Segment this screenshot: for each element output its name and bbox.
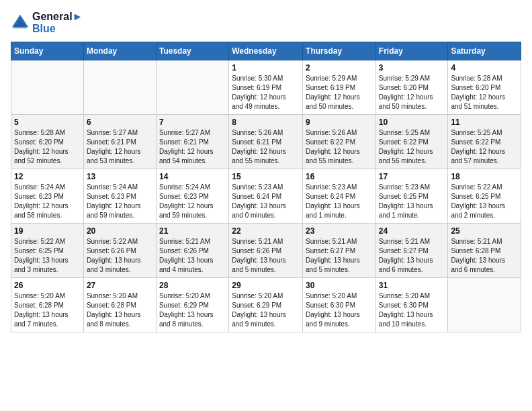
day-info: Sunrise: 5:24 AM Sunset: 6:23 PM Dayligh… bbox=[14, 183, 81, 220]
day-cell: 25Sunrise: 5:21 AM Sunset: 6:28 PM Dayli… bbox=[448, 224, 521, 278]
day-info: Sunrise: 5:20 AM Sunset: 6:29 PM Dayligh… bbox=[232, 291, 300, 329]
day-info: Sunrise: 5:28 AM Sunset: 6:20 PM Dayligh… bbox=[451, 74, 518, 111]
day-info: Sunrise: 5:26 AM Sunset: 6:22 PM Dayligh… bbox=[306, 128, 373, 166]
day-cell: 29Sunrise: 5:20 AM Sunset: 6:29 PM Dayli… bbox=[229, 278, 303, 332]
day-info: Sunrise: 5:26 AM Sunset: 6:21 PM Dayligh… bbox=[232, 128, 300, 166]
day-header-wednesday: Wednesday bbox=[229, 42, 303, 60]
day-info: Sunrise: 5:27 AM Sunset: 6:21 PM Dayligh… bbox=[87, 128, 153, 166]
day-cell bbox=[83, 60, 156, 115]
day-cell bbox=[156, 60, 228, 115]
logo-icon bbox=[11, 13, 30, 32]
day-cell: 3Sunrise: 5:29 AM Sunset: 6:20 PM Daylig… bbox=[375, 60, 448, 115]
day-cell: 14Sunrise: 5:24 AM Sunset: 6:23 PM Dayli… bbox=[156, 169, 228, 224]
day-number: 29 bbox=[232, 281, 300, 290]
day-cell: 30Sunrise: 5:20 AM Sunset: 6:30 PM Dayli… bbox=[303, 278, 376, 332]
day-info: Sunrise: 5:21 AM Sunset: 6:28 PM Dayligh… bbox=[451, 237, 518, 275]
day-info: Sunrise: 5:25 AM Sunset: 6:22 PM Dayligh… bbox=[379, 128, 445, 166]
day-number: 25 bbox=[451, 226, 518, 236]
day-number: 4 bbox=[451, 63, 518, 73]
day-cell: 4Sunrise: 5:28 AM Sunset: 6:20 PM Daylig… bbox=[448, 60, 521, 115]
day-info: Sunrise: 5:28 AM Sunset: 6:20 PM Dayligh… bbox=[14, 128, 81, 166]
day-number: 24 bbox=[379, 226, 445, 236]
day-info: Sunrise: 5:22 AM Sunset: 6:25 PM Dayligh… bbox=[451, 183, 518, 220]
day-cell: 28Sunrise: 5:20 AM Sunset: 6:29 PM Dayli… bbox=[156, 278, 228, 332]
day-number: 6 bbox=[87, 118, 153, 127]
day-cell: 15Sunrise: 5:23 AM Sunset: 6:24 PM Dayli… bbox=[229, 169, 303, 224]
day-cell: 2Sunrise: 5:29 AM Sunset: 6:19 PM Daylig… bbox=[303, 60, 376, 115]
week-row-5: 26Sunrise: 5:20 AM Sunset: 6:28 PM Dayli… bbox=[11, 278, 521, 332]
day-cell: 26Sunrise: 5:20 AM Sunset: 6:28 PM Dayli… bbox=[11, 278, 84, 332]
week-row-3: 12Sunrise: 5:24 AM Sunset: 6:23 PM Dayli… bbox=[11, 169, 521, 224]
day-number: 27 bbox=[87, 281, 153, 290]
day-cell: 31Sunrise: 5:20 AM Sunset: 6:30 PM Dayli… bbox=[375, 278, 448, 332]
day-info: Sunrise: 5:30 AM Sunset: 6:19 PM Dayligh… bbox=[232, 74, 300, 111]
day-info: Sunrise: 5:20 AM Sunset: 6:30 PM Dayligh… bbox=[379, 291, 445, 329]
day-number: 23 bbox=[306, 226, 373, 236]
day-number: 14 bbox=[159, 172, 226, 181]
day-info: Sunrise: 5:21 AM Sunset: 6:26 PM Dayligh… bbox=[159, 237, 226, 275]
day-number: 11 bbox=[451, 118, 518, 127]
day-cell: 18Sunrise: 5:22 AM Sunset: 6:25 PM Dayli… bbox=[448, 169, 521, 224]
day-info: Sunrise: 5:25 AM Sunset: 6:22 PM Dayligh… bbox=[451, 128, 518, 166]
day-number: 12 bbox=[14, 172, 81, 181]
logo: General► Blue bbox=[11, 11, 83, 35]
day-number: 7 bbox=[159, 118, 226, 127]
day-info: Sunrise: 5:21 AM Sunset: 6:26 PM Dayligh… bbox=[232, 237, 300, 275]
day-header-saturday: Saturday bbox=[448, 42, 521, 60]
day-header-friday: Friday bbox=[375, 42, 448, 60]
day-number: 9 bbox=[306, 118, 373, 127]
day-info: Sunrise: 5:21 AM Sunset: 6:27 PM Dayligh… bbox=[379, 237, 445, 275]
day-cell: 21Sunrise: 5:21 AM Sunset: 6:26 PM Dayli… bbox=[156, 224, 228, 278]
day-info: Sunrise: 5:22 AM Sunset: 6:25 PM Dayligh… bbox=[14, 237, 81, 275]
day-cell: 5Sunrise: 5:28 AM Sunset: 6:20 PM Daylig… bbox=[11, 115, 84, 169]
day-cell: 23Sunrise: 5:21 AM Sunset: 6:27 PM Dayli… bbox=[303, 224, 376, 278]
day-header-thursday: Thursday bbox=[303, 42, 376, 60]
day-info: Sunrise: 5:22 AM Sunset: 6:26 PM Dayligh… bbox=[87, 237, 153, 275]
day-cell: 11Sunrise: 5:25 AM Sunset: 6:22 PM Dayli… bbox=[448, 115, 521, 169]
day-number: 19 bbox=[14, 226, 81, 236]
day-number: 20 bbox=[87, 226, 153, 236]
day-number: 22 bbox=[232, 226, 300, 236]
day-cell: 22Sunrise: 5:21 AM Sunset: 6:26 PM Dayli… bbox=[229, 224, 303, 278]
page-header: General► Blue bbox=[11, 11, 521, 35]
day-cell: 19Sunrise: 5:22 AM Sunset: 6:25 PM Dayli… bbox=[11, 224, 84, 278]
day-number: 31 bbox=[379, 281, 445, 290]
day-number: 26 bbox=[14, 281, 81, 290]
day-number: 18 bbox=[451, 172, 518, 181]
day-number: 17 bbox=[379, 172, 445, 181]
calendar-table: SundayMondayTuesdayWednesdayThursdayFrid… bbox=[11, 42, 521, 332]
day-number: 1 bbox=[232, 63, 300, 73]
day-info: Sunrise: 5:20 AM Sunset: 6:28 PM Dayligh… bbox=[14, 291, 81, 329]
day-number: 16 bbox=[306, 172, 373, 181]
day-info: Sunrise: 5:21 AM Sunset: 6:27 PM Dayligh… bbox=[306, 237, 373, 275]
day-cell: 27Sunrise: 5:20 AM Sunset: 6:28 PM Dayli… bbox=[83, 278, 156, 332]
day-info: Sunrise: 5:23 AM Sunset: 6:24 PM Dayligh… bbox=[306, 183, 373, 220]
week-row-1: 1Sunrise: 5:30 AM Sunset: 6:19 PM Daylig… bbox=[11, 60, 521, 115]
day-header-monday: Monday bbox=[83, 42, 156, 60]
day-cell: 16Sunrise: 5:23 AM Sunset: 6:24 PM Dayli… bbox=[303, 169, 376, 224]
day-cell: 9Sunrise: 5:26 AM Sunset: 6:22 PM Daylig… bbox=[303, 115, 376, 169]
day-cell: 24Sunrise: 5:21 AM Sunset: 6:27 PM Dayli… bbox=[375, 224, 448, 278]
day-info: Sunrise: 5:24 AM Sunset: 6:23 PM Dayligh… bbox=[159, 183, 226, 220]
day-number: 13 bbox=[87, 172, 153, 181]
day-cell: 17Sunrise: 5:23 AM Sunset: 6:25 PM Dayli… bbox=[375, 169, 448, 224]
day-info: Sunrise: 5:20 AM Sunset: 6:28 PM Dayligh… bbox=[87, 291, 153, 329]
calendar-body: 1Sunrise: 5:30 AM Sunset: 6:19 PM Daylig… bbox=[11, 60, 521, 332]
week-row-2: 5Sunrise: 5:28 AM Sunset: 6:20 PM Daylig… bbox=[11, 115, 521, 169]
day-cell bbox=[448, 278, 521, 332]
day-cell: 13Sunrise: 5:24 AM Sunset: 6:23 PM Dayli… bbox=[83, 169, 156, 224]
day-number: 3 bbox=[379, 63, 445, 73]
day-info: Sunrise: 5:27 AM Sunset: 6:21 PM Dayligh… bbox=[159, 128, 226, 166]
day-cell: 20Sunrise: 5:22 AM Sunset: 6:26 PM Dayli… bbox=[83, 224, 156, 278]
day-info: Sunrise: 5:24 AM Sunset: 6:23 PM Dayligh… bbox=[87, 183, 153, 220]
week-row-4: 19Sunrise: 5:22 AM Sunset: 6:25 PM Dayli… bbox=[11, 224, 521, 278]
day-number: 21 bbox=[159, 226, 226, 236]
day-cell: 1Sunrise: 5:30 AM Sunset: 6:19 PM Daylig… bbox=[229, 60, 303, 115]
day-cell: 12Sunrise: 5:24 AM Sunset: 6:23 PM Dayli… bbox=[11, 169, 84, 224]
day-number: 30 bbox=[306, 281, 373, 290]
day-info: Sunrise: 5:20 AM Sunset: 6:29 PM Dayligh… bbox=[159, 291, 226, 329]
day-number: 15 bbox=[232, 172, 300, 181]
day-info: Sunrise: 5:29 AM Sunset: 6:19 PM Dayligh… bbox=[306, 74, 373, 111]
days-header-row: SundayMondayTuesdayWednesdayThursdayFrid… bbox=[11, 42, 521, 60]
day-cell: 8Sunrise: 5:26 AM Sunset: 6:21 PM Daylig… bbox=[229, 115, 303, 169]
